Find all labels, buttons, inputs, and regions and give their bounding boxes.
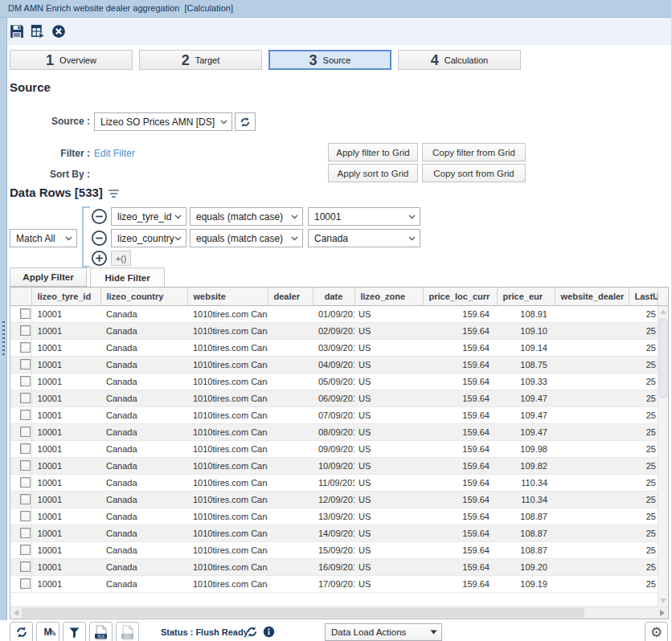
tab-calculation[interactable]: 4 Calculation: [398, 50, 521, 70]
condition-field-select[interactable]: lizeo_country: [111, 229, 186, 247]
row-checkbox[interactable]: [20, 545, 31, 555]
table-row[interactable]: 10001Canada1010tires.com Canada10/09/201…: [10, 457, 658, 474]
row-checkbox[interactable]: [20, 427, 31, 437]
table-row[interactable]: 10001Canada1010tires.com Canada04/09/201…: [10, 356, 658, 373]
apply-filter-button[interactable]: Apply Filter: [10, 267, 87, 287]
hide-filter-button[interactable]: Hide Filter: [90, 267, 165, 287]
row-checkbox[interactable]: [20, 308, 31, 319]
grid-filter-button[interactable]: [63, 622, 86, 641]
cell-website_dealer: [555, 491, 629, 508]
filter-lines-icon[interactable]: [109, 190, 119, 198]
condition-value-select[interactable]: 10001: [308, 207, 420, 226]
column-header-lizeo_zone[interactable]: lizeo_zone: [354, 288, 423, 305]
condition-field-select[interactable]: lizeo_tyre_id: [111, 207, 186, 226]
condition-value-select[interactable]: Canada: [308, 229, 420, 247]
tab-overview[interactable]: 1 Overview: [10, 50, 133, 70]
copy-sort-from-grid-button[interactable]: Copy sort from Grid: [422, 164, 526, 182]
status-info-button[interactable]: [263, 626, 275, 641]
row-checkbox[interactable]: [20, 376, 31, 386]
cell-price_eur: 110.34: [497, 474, 555, 491]
apply-sort-to-grid-button[interactable]: Apply sort to Grid: [328, 164, 418, 182]
grid-settings-button[interactable]: ⚙: [645, 622, 668, 641]
row-checkbox[interactable]: [20, 528, 31, 538]
table-row[interactable]: 10001Canada1010tires.com Canada11/09/201…: [10, 474, 658, 491]
table-row[interactable]: 10001Canada1010tires.com Canada01/09/201…: [10, 305, 658, 322]
mass-edit-button[interactable]: M✎: [36, 622, 59, 641]
column-header-website_dealer[interactable]: website_dealer: [555, 288, 629, 305]
apply-filter-to-grid-button[interactable]: Apply filter to Grid: [328, 143, 418, 161]
copy-filter-from-grid-button[interactable]: Copy filter from Grid: [422, 143, 526, 161]
table-row[interactable]: 10001Canada1010tires.com Canada09/09/201…: [10, 440, 658, 457]
xls-file-icon: XLS: [94, 625, 108, 640]
cell-lizeo_tyre_id: 10001: [31, 525, 100, 541]
refresh-source-button[interactable]: [235, 112, 256, 131]
row-checkbox[interactable]: [20, 410, 31, 420]
flush-table-icon[interactable]: [31, 24, 45, 39]
edit-filter-link[interactable]: Edit Filter: [94, 148, 135, 159]
vertical-scroll-thumb[interactable]: [659, 318, 667, 398]
save-icon[interactable]: [10, 24, 24, 39]
tab-source[interactable]: 3 Source: [268, 50, 391, 70]
scroll-right-icon[interactable]: [660, 610, 665, 616]
condition-operator-select[interactable]: equals (match case): [190, 229, 303, 247]
row-checkbox[interactable]: [20, 359, 31, 369]
table-row[interactable]: 10001Canada1010tires.com Canada12/09/201…: [10, 491, 658, 508]
cell-date: 03/09/2019: [313, 339, 354, 356]
row-checkbox[interactable]: [20, 561, 31, 572]
vertical-scrollbar[interactable]: [658, 306, 668, 606]
row-checkbox[interactable]: [20, 325, 31, 336]
match-mode-select[interactable]: Match All: [10, 229, 77, 247]
row-checkbox[interactable]: [20, 477, 31, 488]
tab-target[interactable]: 2 Target: [139, 50, 262, 70]
row-checkbox[interactable]: [20, 494, 31, 504]
column-header-dealer[interactable]: dealer: [268, 288, 313, 305]
column-header-lizeo_tyre_id[interactable]: lizeo_tyre_id: [31, 288, 100, 305]
row-checkbox[interactable]: [20, 460, 31, 471]
cell-dealer: [268, 575, 313, 592]
remove-condition-button[interactable]: [91, 208, 108, 225]
column-header-lizeo_country[interactable]: lizeo_country: [100, 288, 187, 305]
cell-price_eur: 109.33: [497, 373, 555, 390]
close-icon[interactable]: [51, 24, 66, 39]
export-csv-button[interactable]: CSV: [116, 622, 139, 641]
main-toolbar: [7, 18, 671, 45]
data-load-actions-select[interactable]: Data Load Actions: [325, 623, 442, 641]
table-row[interactable]: 10001Canada1010tires.com Canada13/09/201…: [10, 508, 658, 525]
table-row[interactable]: 10001Canada1010tires.com Canada16/09/201…: [10, 558, 658, 575]
column-header-website[interactable]: website: [187, 288, 268, 305]
table-row[interactable]: 10001Canada1010tires.com Canada06/09/201…: [10, 390, 658, 406]
row-checkbox[interactable]: [20, 342, 31, 353]
table-row[interactable]: 10001Canada1010tires.com Canada03/09/201…: [10, 339, 658, 356]
scroll-left-icon[interactable]: [14, 610, 18, 616]
row-checkbox[interactable]: [20, 393, 31, 403]
column-header-date[interactable]: date: [313, 288, 354, 305]
remove-condition-button[interactable]: [91, 230, 108, 247]
table-row[interactable]: 10001Canada1010tires.com Canada15/09/201…: [10, 541, 658, 558]
row-checkbox[interactable]: [20, 578, 31, 589]
export-xls-button[interactable]: XLS: [89, 622, 113, 641]
source-select[interactable]: Lizeo SO Prices AMN [DS]: [94, 112, 232, 131]
condition-operator-select[interactable]: equals (match case): [190, 207, 303, 226]
cell-price_loc_curr: 159.64: [423, 373, 497, 390]
row-checkbox[interactable]: [20, 511, 31, 521]
horizontal-scroll-thumb[interactable]: [22, 608, 584, 618]
column-header-price_eur[interactable]: price_eur: [497, 288, 555, 305]
panel-splitter[interactable]: [0, 18, 7, 641]
table-row[interactable]: 10001Canada1010tires.com Canada08/09/201…: [10, 423, 658, 440]
refresh-grid-button[interactable]: [10, 622, 33, 641]
scroll-down-icon[interactable]: [660, 598, 666, 603]
refresh-status-button[interactable]: [246, 626, 258, 641]
scroll-up-icon[interactable]: [660, 309, 666, 314]
table-row[interactable]: 10001Canada1010tires.com Canada14/09/201…: [10, 525, 658, 541]
table-row[interactable]: 10001Canada1010tires.com Canada07/09/201…: [10, 406, 658, 423]
table-row[interactable]: 10001Canada1010tires.com Canada05/09/201…: [10, 373, 658, 390]
column-header-price_loc_curr[interactable]: price_loc_curr: [423, 288, 497, 305]
add-condition-button[interactable]: [91, 250, 108, 267]
tab-label: Overview: [59, 55, 96, 65]
add-condition-group-button[interactable]: +(): [111, 251, 131, 266]
column-header-last_update[interactable]: LastU: [629, 288, 658, 305]
table-row[interactable]: 10001Canada1010tires.com Canada17/09/201…: [10, 575, 658, 592]
table-row[interactable]: 10001Canada1010tires.com Canada02/09/201…: [10, 322, 658, 339]
row-checkbox[interactable]: [20, 443, 31, 454]
horizontal-scrollbar[interactable]: [10, 606, 668, 619]
